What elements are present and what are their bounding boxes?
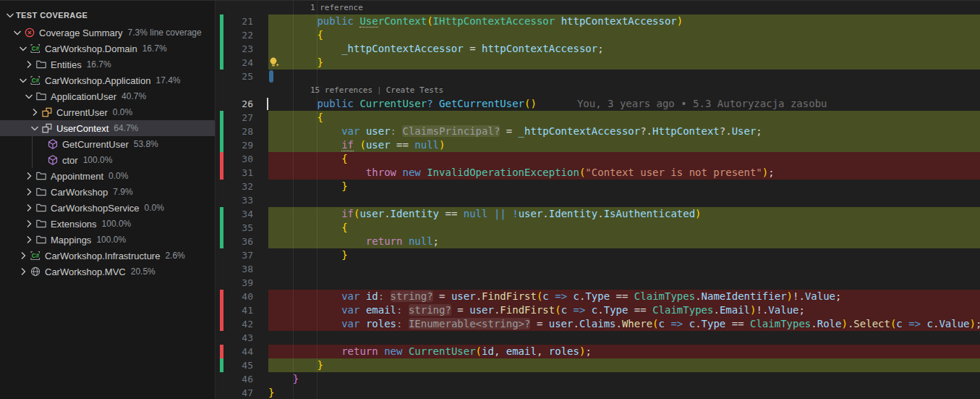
tree-item-carworkshopservice[interactable]: CarWorkshopService0.0%	[0, 200, 215, 216]
line-number[interactable]: 24	[216, 56, 253, 70]
tree-item-mappings[interactable]: Mappings100.0%	[0, 232, 215, 248]
code-line-33[interactable]: 33	[216, 193, 980, 207]
code-line-47[interactable]: 47}	[216, 386, 980, 399]
line-number[interactable]: 35	[216, 221, 253, 235]
tree-item-applicationuser[interactable]: ApplicationUser40.7%	[0, 88, 215, 104]
line-number[interactable]: 39	[216, 276, 253, 290]
svg-text:C#: C#	[32, 77, 40, 84]
tree-item-appointment[interactable]: Appointment0.0%	[0, 168, 215, 184]
code-line-45[interactable]: 45}	[216, 358, 980, 372]
line-number[interactable]: 27	[216, 111, 253, 125]
line-number[interactable]: 34	[216, 207, 253, 221]
code-line-34[interactable]: 34if(user.Identity == null || !user.Iden…	[216, 207, 980, 221]
tree-item-currentuser[interactable]: CurrentUser0.0%	[0, 104, 215, 120]
chevron-right-icon[interactable]	[23, 202, 35, 214]
tree-item-ctor[interactable]: ctor100.0%	[0, 152, 215, 168]
line-number[interactable]: 26	[216, 97, 253, 111]
tree-item-carworkshop-application[interactable]: C#CarWorkshop.Application17.4%	[0, 72, 215, 88]
code-editor[interactable]: 1 reference21public UserContext(IHttpCon…	[215, 1, 980, 399]
code-line-28[interactable]: 28var user: ClaimsPrincipal? = _httpCont…	[216, 125, 980, 138]
line-number[interactable]: 32	[216, 180, 253, 193]
line-number[interactable]: 36	[216, 235, 253, 248]
lightbulb-icon[interactable]	[268, 56, 281, 69]
tree-item-extensions[interactable]: Extensions100.0%	[0, 216, 215, 232]
code-line-31[interactable]: 31throw new InvalidOperationException("C…	[216, 166, 980, 180]
code-line-44[interactable]: 44return new CurrentUser(id, email, role…	[216, 345, 980, 358]
code-line-21[interactable]: 21public UserContext(IHttpContextAccesso…	[216, 14, 980, 28]
line-number[interactable]: 46	[216, 372, 253, 386]
line-number[interactable]: 33	[216, 193, 253, 207]
line-number[interactable]: 47	[216, 386, 253, 399]
chevron-right-icon[interactable]	[23, 234, 35, 245]
code-line-43[interactable]: 43	[216, 331, 980, 345]
line-number[interactable]: 30	[216, 152, 253, 166]
tree-item-usercontext[interactable]: UserContext64.7%	[0, 120, 215, 136]
tree-item-carworkshop-domain[interactable]: C#CarWorkshop.Domain16.7%	[0, 41, 215, 56]
scm-modified-indicator[interactable]	[269, 70, 273, 83]
tree-item-carworkshop-infrastructure[interactable]: C#CarWorkshop.Infrastructure2.6%	[0, 248, 215, 264]
code-line-30[interactable]: 30{	[216, 152, 980, 166]
line-number[interactable]: 43	[216, 331, 253, 345]
line-number[interactable]: 37	[216, 248, 253, 262]
chevron-right-icon[interactable]	[23, 59, 35, 70]
code-line-36[interactable]: 36return null;	[216, 235, 980, 248]
code-line-46[interactable]: 46}	[216, 372, 980, 386]
line-number[interactable]: 41	[216, 303, 253, 317]
line-number[interactable]: 22	[216, 28, 253, 42]
codelens-line[interactable]: 1 reference	[216, 1, 980, 14]
code-line-39[interactable]: 39	[216, 276, 980, 290]
chevron-down-icon[interactable]	[17, 75, 29, 86]
chevron-down-icon[interactable]	[4, 9, 16, 21]
line-number[interactable]: 31	[216, 166, 253, 180]
line-number[interactable]: 42	[216, 317, 253, 331]
code-line-22[interactable]: 22{	[216, 28, 980, 42]
chevron-right-icon[interactable]	[23, 170, 35, 182]
codelens-create-tests-link[interactable]: Create Tests	[386, 85, 443, 95]
line-number[interactable]: 38	[216, 262, 253, 276]
code-line-37[interactable]: 37}	[216, 248, 980, 262]
chevron-down-icon[interactable]	[12, 27, 23, 38]
chevron-right-icon[interactable]	[23, 218, 35, 230]
tree-item-label: ApplicationUser	[51, 91, 116, 102]
code-line-41[interactable]: 41var email: string? = user.FindFirst(c …	[216, 303, 980, 317]
tree-item-carworkshop-mvc[interactable]: CarWorkshop.MVC20.5%	[0, 264, 215, 280]
line-number[interactable]: 23	[216, 42, 253, 56]
chevron-right-icon[interactable]	[17, 250, 29, 261]
code-line-23[interactable]: 23_httpContextAccessor = httpContextAcce…	[216, 42, 980, 56]
chevron-down-icon[interactable]	[29, 122, 41, 134]
line-number[interactable]: 45	[216, 358, 253, 372]
tree-item-carworkshop[interactable]: CarWorkshop7.9%	[0, 184, 215, 200]
tree-item-coverage-summary[interactable]: Coverage Summary7.3% line coverage	[0, 25, 215, 41]
line-number[interactable]: 28	[216, 125, 253, 138]
codelens-separator: |	[372, 85, 386, 95]
code-line-25[interactable]: 25	[216, 70, 980, 83]
code-line-35[interactable]: 35{	[216, 221, 980, 235]
line-number[interactable]: 21	[216, 14, 253, 28]
codelens-line[interactable]: 15 references|Create Tests	[216, 83, 980, 97]
chevron-right-icon[interactable]	[29, 106, 41, 118]
code-line-27[interactable]: 27{	[216, 111, 980, 125]
code-line-42[interactable]: 42var roles: IEnumerable<string>? = user…	[216, 317, 980, 331]
globe-icon	[30, 266, 41, 277]
line-number[interactable]: 44	[216, 345, 253, 358]
line-number[interactable]: 40	[216, 290, 253, 303]
code-line-29[interactable]: 29if (user == null)	[216, 138, 980, 152]
tree-item-entities[interactable]: Entities16.7%	[0, 56, 215, 72]
code-line-38[interactable]: 38	[216, 262, 980, 276]
tree-item-label: CurrentUser	[56, 107, 108, 118]
chevron-right-icon[interactable]	[17, 266, 29, 277]
code-line-24[interactable]: 24}	[216, 56, 980, 70]
tree-item-getcurrentuser[interactable]: GetCurrentUser53.8%	[0, 136, 215, 152]
codelens-references-link[interactable]: 15 references	[310, 85, 372, 95]
code-line-26[interactable]: 26public CurrentUser? GetCurrentUser()Yo…	[216, 97, 980, 111]
code-line-40[interactable]: 40var id: string? = user.FindFirst(c => …	[216, 290, 980, 303]
coverage-percentage: 17.4%	[155, 75, 180, 85]
codelens-references-link[interactable]: 1 reference	[310, 3, 363, 12]
code-line-32[interactable]: 32}	[216, 180, 980, 193]
chevron-down-icon[interactable]	[17, 43, 29, 54]
line-number[interactable]: 25	[216, 70, 253, 83]
chevron-right-icon[interactable]	[23, 186, 35, 198]
sidebar-section-header[interactable]: TEST COVERAGE	[0, 7, 215, 23]
chevron-down-icon[interactable]	[23, 91, 35, 102]
line-number[interactable]: 29	[216, 138, 253, 152]
